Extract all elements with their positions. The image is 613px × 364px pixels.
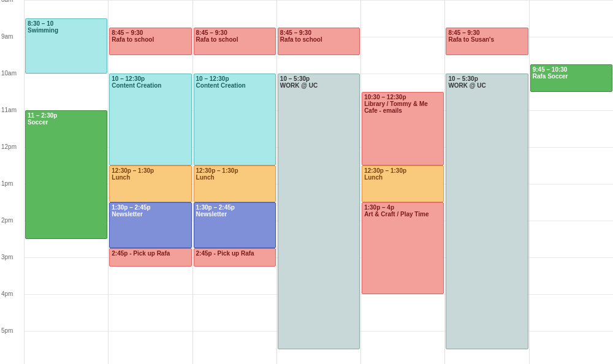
time-label-12pm: 12pm (1, 143, 17, 150)
event-sa1[interactable]: 9:45 – 10:30Rafa Soccer (530, 64, 612, 92)
event-th1[interactable]: 10:30 – 12:30pLibrary / Tommy & MeCafe -… (362, 92, 444, 165)
event-th2[interactable]: 12:30p – 1:30pLunch (362, 165, 444, 202)
day-column-thu: 10:30 – 12:30pLibrary / Tommy & MeCafe -… (361, 0, 445, 364)
event-t3[interactable]: 12:30p – 1:30pLunch (194, 165, 276, 202)
event-t1[interactable]: 8:45 – 9:30Rafa to school (194, 28, 276, 55)
event-t2[interactable]: 10 – 12:30pContent Creation (194, 74, 276, 165)
time-label-2pm: 2pm (1, 217, 13, 224)
event-w1[interactable]: 8:45 – 9:30Rafa to school (278, 28, 360, 55)
time-label-8am: 8am (1, 0, 13, 3)
event-s2[interactable]: 11 – 2:30pSoccer (25, 110, 107, 239)
event-s1[interactable]: 8:30 – 10Swimming (25, 18, 107, 74)
time-column: 8am9am10am11am12pm1pm2pm3pm4pm5pm6pm7pm8… (0, 0, 25, 364)
event-th3[interactable]: 1:30p – 4pArt & Craft / Play Time (362, 202, 444, 294)
event-m2[interactable]: 10 – 12:30pContent Creation (109, 74, 191, 165)
time-label-10am: 10am (1, 70, 17, 77)
event-t4[interactable]: 1:30p – 2:45pNewsletter (194, 202, 276, 248)
time-label-3pm: 3pm (1, 254, 13, 260)
time-label-1pm: 1pm (1, 180, 13, 187)
calendar: 8am9am10am11am12pm1pm2pm3pm4pm5pm6pm7pm8… (0, 0, 613, 364)
time-label-4pm: 4pm (1, 290, 13, 297)
day-column-sat: 9:45 – 10:30Rafa Soccer6p - PIZZA / PIE … (530, 0, 613, 364)
day-column-mon: 8:45 – 9:30Rafa to school10 – 12:30pCont… (109, 0, 192, 364)
event-m4[interactable]: 1:30p – 2:45pNewsletter (109, 202, 191, 248)
day-columns: 8:30 – 10Swimming11 – 2:30pSoccer6p - GN… (25, 0, 613, 364)
event-m1[interactable]: 8:45 – 9:30Rafa to school (109, 28, 191, 55)
time-label-9am: 9am (1, 33, 13, 40)
event-t5[interactable]: 2:45p - Pick up Rafa (194, 248, 276, 267)
event-m3[interactable]: 12:30p – 1:30pLunch (109, 165, 191, 202)
day-column-tue: 8:45 – 9:30Rafa to school10 – 12:30pCont… (193, 0, 277, 364)
event-f2[interactable]: 10 – 5:30pWORK @ UC (446, 74, 528, 349)
day-column-fri: 8:45 – 9:30Rafa to Susan's10 – 5:30pWORK… (445, 0, 529, 364)
event-f1[interactable]: 8:45 – 9:30Rafa to Susan's (446, 28, 528, 55)
day-column-wed: 8:45 – 9:30Rafa to school10 – 5:30pWORK … (277, 0, 361, 364)
event-m5[interactable]: 2:45p - Pick up Rafa (109, 248, 191, 267)
time-label-11am: 11am (1, 107, 17, 113)
day-column-sun: 8:30 – 10Swimming11 – 2:30pSoccer6p - GN… (25, 0, 109, 364)
time-label-5pm: 5pm (1, 327, 13, 334)
event-w2[interactable]: 10 – 5:30pWORK @ UC (278, 74, 360, 349)
